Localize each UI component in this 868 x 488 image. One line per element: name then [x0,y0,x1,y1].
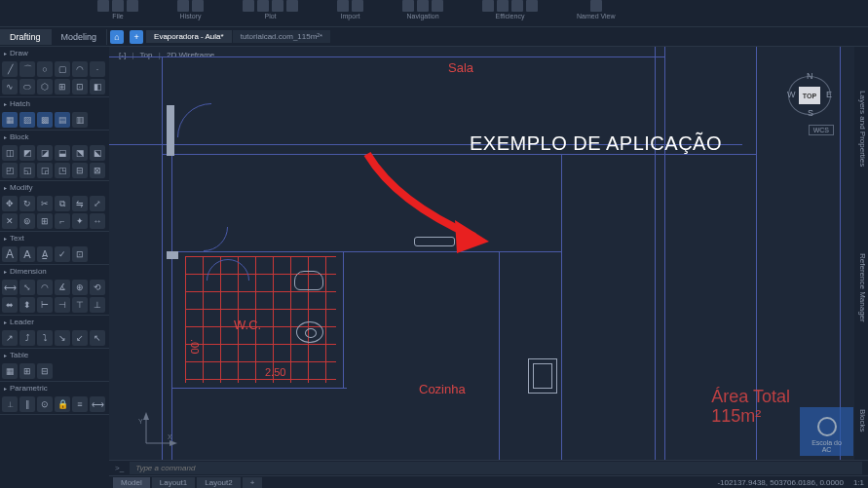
wcs-label[interactable]: WCS [809,125,834,135]
block-tool-icon[interactable]: ⬕ [90,145,105,161]
plot-icon[interactable] [272,0,283,12]
param-tool-icon[interactable]: ⟷ [90,396,105,412]
block-tool-icon[interactable]: ◳ [55,163,70,178]
block-tool-icon[interactable]: ◩ [19,145,35,161]
block-tool-icon[interactable]: ◫ [2,145,18,161]
eff-icon[interactable] [511,0,523,12]
scale-readout[interactable]: 1:1 [853,478,864,487]
table-tool-icon[interactable]: ▦ [2,363,18,379]
tab-model[interactable]: Model [113,477,150,488]
file-icon[interactable] [127,0,138,12]
dim-tool-icon[interactable]: ⊤ [72,297,88,313]
dim-tool-icon[interactable]: ◠ [37,280,53,295]
tab-drafting[interactable]: Drafting [0,29,52,45]
compass-w[interactable]: W [787,90,796,99]
param-tool-icon[interactable]: ≡ [72,396,88,412]
view-icon[interactable] [590,0,602,12]
section-header[interactable]: Draw [0,47,109,59]
rectangle-tool-icon[interactable]: ▢ [55,61,70,77]
param-tool-icon[interactable]: ∥ [19,396,35,412]
text-tool-icon[interactable]: A̲ [37,246,53,262]
explode-tool-icon[interactable]: ✦ [72,213,88,229]
doc-tab-active[interactable]: Evaporadora - Aula* [146,30,233,43]
section-header[interactable]: Leader [0,316,109,328]
ribbon-group-import[interactable]: Import [337,0,363,19]
section-header[interactable]: Text [0,232,109,244]
ellipse-tool-icon[interactable]: ⬭ [19,79,35,94]
tab-layout1[interactable]: Layout1 [152,477,195,488]
dim-tool-icon[interactable]: ⤡ [19,280,35,295]
fillet-tool-icon[interactable]: ⌐ [55,213,70,229]
block-tool-icon[interactable]: ◲ [37,163,53,178]
text-tool-icon[interactable]: ⊡ [72,246,88,262]
hatch-tool-icon[interactable]: ▤ [55,112,70,128]
doc-tab[interactable]: tutorialcad.com_115m²* [233,30,331,43]
leader-tool-icon[interactable]: ⤵ [37,330,53,346]
nav-icon[interactable] [417,0,429,12]
leader-tool-icon[interactable]: ↖ [90,330,105,346]
dim-tool-icon[interactable]: ⬌ [2,297,18,313]
viewport-label[interactable]: [-] | Top | 2D Wireframe [119,51,214,59]
add-layout-button[interactable]: + [243,477,263,488]
block-tool-icon[interactable]: ◰ [2,163,18,178]
tool-icon[interactable]: ⊡ [72,79,88,94]
view-cube[interactable]: TOP N S E W [785,71,834,120]
block-tool-icon[interactable]: ◪ [37,145,53,161]
dim-tool-icon[interactable]: ⊢ [37,297,53,313]
tab-layout2[interactable]: Layout2 [197,477,240,488]
block-tool-icon[interactable]: ⊠ [90,163,105,178]
offset-tool-icon[interactable]: ⊚ [19,213,35,229]
import-icon[interactable] [337,0,349,12]
tool-icon[interactable]: ⊞ [55,79,70,94]
block-tool-icon[interactable]: ⊟ [72,163,88,178]
tab-layers-properties[interactable]: Layers and Properties [854,81,868,176]
view-cube-face[interactable]: TOP [799,87,820,104]
hatch-tool-icon[interactable]: ▨ [19,112,35,128]
dim-tool-icon[interactable]: ⟲ [90,280,105,295]
polygon-tool-icon[interactable]: ⬡ [37,79,53,94]
home-icon[interactable]: ⌂ [110,30,124,44]
section-header[interactable]: Modify [0,181,109,194]
section-header[interactable]: Table [0,349,109,361]
table-tool-icon[interactable]: ⊞ [19,363,35,379]
eff-icon[interactable] [482,0,494,12]
nav-icon[interactable] [402,0,414,12]
dim-tool-icon[interactable]: ⟷ [2,280,18,295]
hatch-tool-icon[interactable]: ▥ [72,112,88,128]
stretch-tool-icon[interactable]: ↔ [90,213,105,229]
import-icon[interactable] [352,0,363,12]
block-tool-icon[interactable]: ⬔ [72,145,88,161]
leader-tool-icon[interactable]: ↗ [2,330,18,346]
ribbon-group-namedview[interactable]: Named View [577,0,616,19]
scale-tool-icon[interactable]: ⤢ [90,196,105,211]
plot-icon[interactable] [257,0,269,12]
move-tool-icon[interactable]: ✥ [2,196,18,211]
text-tool-icon[interactable]: ✓ [55,246,70,262]
tool-icon[interactable]: ◧ [90,79,105,94]
ribbon-group-efficiency[interactable]: Efficiency [482,0,538,19]
param-tool-icon[interactable]: ⟂ [2,396,18,412]
trim-tool-icon[interactable]: ✂ [37,196,53,211]
dim-tool-icon[interactable]: ∡ [55,280,70,295]
table-tool-icon[interactable]: ⊟ [37,363,53,379]
ribbon-group-plot[interactable]: Plot [243,0,298,19]
point-tool-icon[interactable]: · [90,61,105,77]
tab-modeling[interactable]: Modeling [52,29,108,45]
rotate-tool-icon[interactable]: ↻ [19,196,35,211]
text-tool-icon[interactable]: A [2,246,18,262]
section-header[interactable]: Hatch [0,97,109,110]
tab-blocks[interactable]: Blocks [854,399,868,442]
plot-icon[interactable] [243,0,254,12]
add-tab-icon[interactable]: + [130,30,143,44]
dim-tool-icon[interactable]: ⬍ [19,297,35,313]
block-tool-icon[interactable]: ⬓ [55,145,70,161]
undo-icon[interactable] [177,0,189,12]
array-tool-icon[interactable]: ⊞ [37,213,53,229]
compass-n[interactable]: N [807,71,813,81]
eff-icon[interactable] [497,0,509,12]
compass-s[interactable]: S [808,108,813,118]
leader-tool-icon[interactable]: ↘ [55,330,70,346]
section-header[interactable]: Dimension [0,265,109,278]
ribbon-group-history[interactable]: History [177,0,204,19]
tab-reference-manager[interactable]: Reference Manager [854,244,868,332]
